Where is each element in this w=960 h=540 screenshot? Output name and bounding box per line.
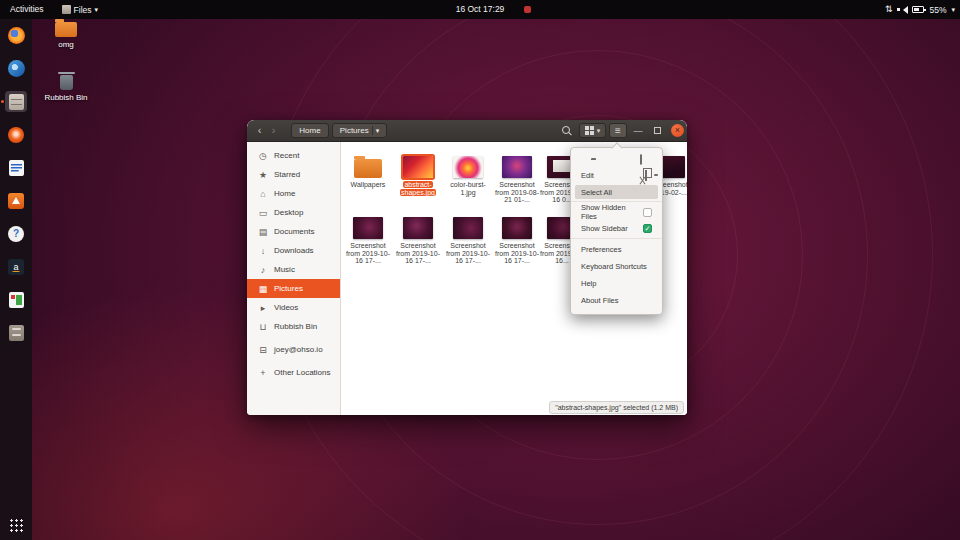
new-tab-icon (640, 154, 642, 165)
sidebar-label: joey@ohso.io (274, 345, 323, 354)
menu-item-about-files[interactable]: About Files (571, 292, 662, 309)
path-button-pictures[interactable]: Pictures ▾ (332, 123, 387, 138)
libreoffice-writer-icon (9, 160, 24, 176)
back-button[interactable]: ‹ (253, 124, 266, 138)
desktop-icon-omg[interactable]: omg (43, 22, 89, 49)
menu-separator (571, 238, 662, 239)
sidebar: ◷Recent ★Starred ⌂Home ▭Desktop ▤Documen… (247, 142, 341, 415)
sidebar-item-recent[interactable]: ◷Recent (247, 146, 340, 165)
folder-icon (55, 22, 77, 37)
minimize-button[interactable]: — (631, 123, 645, 138)
chevron-down-icon: ▾ (376, 127, 380, 135)
image-thumbnail (453, 217, 483, 239)
dock-item-writer[interactable] (5, 157, 27, 178)
close-button[interactable]: × (671, 124, 684, 137)
forward-button[interactable]: › (267, 124, 280, 138)
top-bar: Activities Files ▾ 16 Oct 17:29 ⇅ 55% ▾ (0, 0, 960, 19)
image-thumbnail (353, 217, 383, 239)
menu-item-select-all[interactable]: Select All (575, 185, 658, 199)
battery-icon (912, 6, 924, 13)
document-icon: ▤ (258, 227, 268, 237)
download-icon: ↓ (258, 246, 268, 256)
path-button-home[interactable]: Home (291, 123, 329, 138)
trash-icon (60, 75, 73, 90)
dock-item-thunderbird[interactable] (5, 58, 27, 79)
sidebar-item-videos[interactable]: ▸Videos (247, 298, 340, 317)
file-label: Wallpapers (351, 181, 386, 188)
image-thumbnail (453, 156, 483, 178)
dock-item-help[interactable]: ? (5, 223, 27, 244)
network-icon: ⇅ (885, 0, 893, 19)
folder-thumbnail (354, 159, 382, 178)
file-item-abstract-shapes[interactable]: abstract-shapes.jpg (395, 156, 441, 196)
menu-toggle-hidden-files[interactable]: Show Hidden Files (571, 204, 662, 220)
show-applications-button[interactable] (9, 518, 23, 532)
file-item-screenshot-4[interactable]: Screenshot from 2019-10-16 17-... (345, 217, 391, 265)
menu-item-keyboard-shortcuts[interactable]: Keyboard Shortcuts (571, 258, 662, 275)
amazon-icon: a (8, 259, 24, 275)
checkbox-checked[interactable]: ✓ (643, 224, 652, 233)
file-item-color-burst[interactable]: color-burst-1.jpg (445, 156, 491, 196)
sidebar-item-music[interactable]: ♪Music (247, 260, 340, 279)
menu-toggle-sidebar[interactable]: Show Sidebar ✓ (571, 220, 662, 236)
checkbox-unchecked[interactable] (643, 208, 652, 217)
dock-item-rhythmbox[interactable] (5, 124, 27, 145)
dock-item-firefox[interactable] (5, 25, 27, 46)
sidebar-item-home[interactable]: ⌂Home (247, 184, 340, 203)
trash-icon: ⊔ (258, 322, 268, 332)
dock-item-files[interactable] (5, 91, 27, 112)
notification-indicator (524, 6, 531, 13)
activities-button[interactable]: Activities (0, 0, 54, 19)
file-label: Screenshot from 2019-10-16 17-... (495, 242, 539, 264)
sidebar-item-documents[interactable]: ▤Documents (247, 222, 340, 241)
toggle-label: Show Sidebar (581, 224, 643, 233)
sidebar-item-starred[interactable]: ★Starred (247, 165, 340, 184)
dock-item-calc[interactable] (5, 289, 27, 310)
system-status-area[interactable]: ⇅ 55% ▾ (885, 0, 955, 19)
view-toggle-button[interactable]: ▾ (579, 123, 606, 138)
sidebar-item-remote-joey[interactable]: ⊟joey@ohso.io (247, 340, 340, 359)
image-thumbnail (403, 217, 433, 239)
sidebar-item-desktop[interactable]: ▭Desktop (247, 203, 340, 222)
sidebar-label: Music (274, 265, 295, 274)
sidebar-label: Other Locations (274, 368, 330, 377)
new-tab-button[interactable] (640, 155, 642, 164)
dock-item-software[interactable] (5, 190, 27, 211)
help-icon: ? (8, 226, 24, 242)
files-icon (9, 94, 24, 110)
hamburger-menu-button[interactable]: ≡ (609, 123, 627, 138)
sidebar-item-downloads[interactable]: ↓Downloads (247, 241, 340, 260)
file-label: Screenshot from 2019-10-16 17-... (396, 242, 440, 264)
clock[interactable]: 16 Oct 17:29 (456, 0, 505, 19)
path-current-label: Pictures (340, 126, 369, 135)
desktop-icon: ▭ (258, 208, 268, 218)
chevron-down-icon: ▾ (597, 127, 601, 135)
dock-item-amazon[interactable]: a (5, 256, 27, 277)
path-home-label: Home (299, 126, 320, 135)
app-menu[interactable]: Files ▾ (54, 0, 106, 19)
desktop-icon-rubbish-bin[interactable]: Rubbish Bin (43, 75, 89, 102)
sidebar-item-rubbish-bin[interactable]: ⊔Rubbish Bin (247, 317, 340, 336)
sidebar-label: Desktop (274, 208, 303, 217)
sidebar-item-pictures[interactable]: ▦Pictures (247, 279, 340, 298)
file-item-screenshot-6[interactable]: Screenshot from 2019-10-16 17-... (445, 217, 491, 265)
chevron-down-icon: ▾ (951, 6, 955, 14)
sidebar-item-other-locations[interactable]: +Other Locations (247, 363, 340, 382)
rhythmbox-icon (8, 127, 24, 143)
image-thumbnail (502, 217, 532, 239)
server-icon: ⊟ (258, 345, 268, 355)
maximize-button[interactable] (650, 123, 664, 138)
dock-item-cabinet[interactable] (5, 322, 27, 343)
menu-item-preferences[interactable]: Preferences (571, 241, 662, 258)
file-item-screenshot-5[interactable]: Screenshot from 2019-10-16 17-... (395, 217, 441, 265)
battery-percent: 55% (929, 5, 946, 15)
maximize-icon (654, 127, 661, 134)
search-button[interactable] (558, 123, 576, 138)
image-thumbnail (403, 156, 433, 178)
file-item-screenshot-7[interactable]: Screenshot from 2019-10-16 17-... (494, 217, 540, 265)
menu-item-help[interactable]: Help (571, 275, 662, 292)
file-item-screenshot-1[interactable]: Screenshot from 2019-08-21 01-... (494, 156, 540, 204)
sidebar-label: Downloads (274, 246, 314, 255)
volume-icon (897, 5, 907, 15)
file-item-wallpapers[interactable]: Wallpapers (345, 156, 391, 189)
